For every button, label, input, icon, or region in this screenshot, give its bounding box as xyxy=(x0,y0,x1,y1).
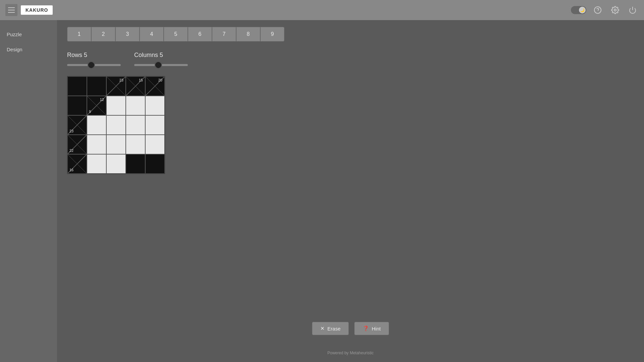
number-selector: 123456789 xyxy=(67,27,284,42)
header-controls: 🌙 xyxy=(571,4,639,16)
clue-down-1-1: 12 xyxy=(100,98,104,102)
sidebar-item-design[interactable]: Design xyxy=(0,42,57,57)
help-button[interactable] xyxy=(592,4,604,16)
footer: Powered by Metaheuristic xyxy=(327,351,374,355)
clue-across-1-1: 9 xyxy=(89,110,91,114)
clue-across-4-0: 16 xyxy=(69,168,73,172)
main-content: 123456789 Rows 5 Columns 5 2315209122322… xyxy=(57,20,644,362)
hint-button[interactable]: ❓ Hint xyxy=(354,322,389,335)
clue-down-0-3: 15 xyxy=(139,78,143,82)
clue-across-3-0: 22 xyxy=(69,148,73,153)
rows-slider-group: Rows 5 xyxy=(67,52,121,66)
clue-down-0-2: 23 xyxy=(119,78,123,82)
sidebar: Puzzle Design xyxy=(0,20,57,362)
menu-button[interactable] xyxy=(5,4,17,16)
rows-slider[interactable] xyxy=(67,64,121,66)
cell-1-4[interactable] xyxy=(145,96,165,115)
num-btn-7[interactable]: 7 xyxy=(212,27,236,42)
cell-3-1[interactable] xyxy=(87,135,106,154)
num-btn-8[interactable]: 8 xyxy=(236,27,260,42)
moon-icon: 🌙 xyxy=(579,7,586,13)
cell-2-3[interactable] xyxy=(126,115,145,135)
cell-4-1[interactable] xyxy=(87,154,106,174)
num-btn-4[interactable]: 4 xyxy=(140,27,164,42)
cell-0-2: 23 xyxy=(106,76,126,96)
cell-2-0: 23 xyxy=(67,115,87,135)
cell-4-4 xyxy=(145,154,165,174)
erase-button[interactable]: ✕ Erase xyxy=(312,322,349,335)
layout: Puzzle Design 123456789 Rows 5 Columns 5… xyxy=(0,20,644,362)
num-btn-3[interactable]: 3 xyxy=(115,27,140,42)
cell-0-1 xyxy=(87,76,106,96)
power-button[interactable] xyxy=(627,4,639,16)
cell-0-4: 20 xyxy=(145,76,165,96)
sliders-section: Rows 5 Columns 5 xyxy=(67,52,634,66)
num-btn-1[interactable]: 1 xyxy=(67,27,91,42)
cell-2-2[interactable] xyxy=(106,115,126,135)
cell-2-1[interactable] xyxy=(87,115,106,135)
cell-3-0: 22 xyxy=(67,135,87,154)
cell-0-3: 15 xyxy=(126,76,145,96)
cell-1-0 xyxy=(67,96,87,115)
num-btn-6[interactable]: 6 xyxy=(188,27,212,42)
columns-label: Columns 5 xyxy=(134,52,188,59)
cell-1-2[interactable] xyxy=(106,96,126,115)
cell-3-2[interactable] xyxy=(106,135,126,154)
hint-label: Hint xyxy=(372,326,381,331)
x-icon: ✕ xyxy=(320,325,325,331)
clue-down-0-4: 20 xyxy=(158,78,162,82)
cell-1-1: 912 xyxy=(87,96,106,115)
rows-label: Rows 5 xyxy=(67,52,121,59)
svg-point-2 xyxy=(614,9,616,11)
sidebar-item-puzzle[interactable]: Puzzle xyxy=(0,27,57,42)
theme-toggle[interactable]: 🌙 xyxy=(571,6,586,14)
cell-4-2[interactable] xyxy=(106,154,126,174)
num-btn-9[interactable]: 9 xyxy=(260,27,284,42)
bottom-buttons: ✕ Erase ❓ Hint xyxy=(312,322,389,335)
kakuro-grid: 231520912232216 xyxy=(67,76,165,174)
columns-slider-group: Columns 5 xyxy=(134,52,188,66)
clue-across-2-0: 23 xyxy=(69,129,73,133)
settings-button[interactable] xyxy=(609,4,621,16)
columns-slider[interactable] xyxy=(134,64,188,66)
cell-4-3 xyxy=(126,154,145,174)
logo-button[interactable]: KAKURO xyxy=(21,5,53,15)
num-btn-5[interactable]: 5 xyxy=(164,27,188,42)
cell-1-3[interactable] xyxy=(126,96,145,115)
cell-3-3[interactable] xyxy=(126,135,145,154)
cell-0-0 xyxy=(67,76,87,96)
header: KAKURO 🌙 xyxy=(0,0,644,20)
cell-3-4[interactable] xyxy=(145,135,165,154)
cell-2-4[interactable] xyxy=(145,115,165,135)
num-btn-2[interactable]: 2 xyxy=(91,27,115,42)
erase-label: Erase xyxy=(327,326,340,331)
cell-4-0: 16 xyxy=(67,154,87,174)
hint-icon: ❓ xyxy=(363,325,369,331)
kakuro-grid-container: 231520912232216 xyxy=(67,76,634,174)
